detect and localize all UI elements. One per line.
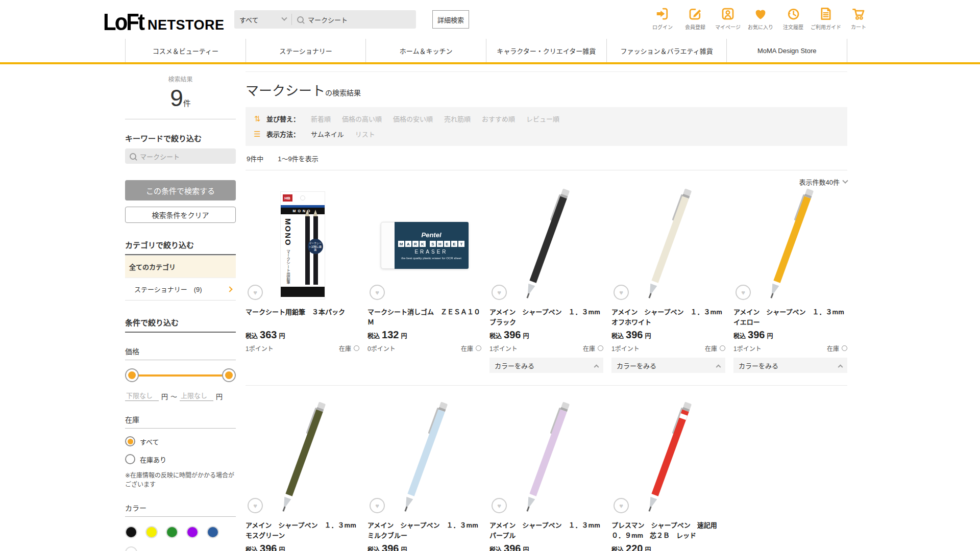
color-variants-toggle[interactable]: カラーをみる	[733, 358, 847, 373]
stock-status: 在庫	[827, 344, 847, 353]
pencil-graphic	[767, 188, 813, 299]
stock-status: 在庫	[461, 344, 481, 353]
price-min-input[interactable]	[125, 391, 159, 401]
nav-item-cosme[interactable]: コスメ＆ビューティー	[125, 39, 246, 62]
points-label: 1ポイント	[611, 344, 640, 353]
apply-filter-button[interactable]: この条件で検索する	[125, 180, 236, 201]
guide-link[interactable]: ご利用ガイド	[813, 6, 839, 31]
result-count-unit: 件	[183, 99, 191, 108]
price-max-input[interactable]	[180, 391, 213, 401]
cart-link[interactable]: カート	[845, 6, 872, 31]
nav-item-fashion[interactable]: ファッション＆バラエティ雑貨	[606, 39, 727, 62]
login-link[interactable]: ログイン	[649, 6, 676, 31]
search-input[interactable]	[308, 16, 405, 23]
wishlist-button[interactable]: ♥	[614, 498, 629, 513]
stock-status: 在庫	[705, 344, 725, 353]
color-swatch-green[interactable]	[166, 526, 178, 538]
page-title: マークシート の検索結果	[246, 80, 847, 99]
wishlist-button[interactable]: ♥	[736, 285, 751, 300]
sort-option-newest[interactable]: 新着順	[311, 114, 331, 123]
wishlist-button[interactable]: ♥	[370, 498, 385, 513]
view-option-thumbnail[interactable]: サムネイル	[311, 129, 344, 139]
tilde-label: ～	[170, 391, 177, 401]
clear-filter-button[interactable]: 検索条件をクリア	[125, 207, 236, 223]
sort-option-review[interactable]: レビュー順	[526, 114, 559, 123]
wishlist-button[interactable]: ♥	[248, 285, 263, 300]
product-card[interactable]: ♥ アメイン シャープペン １．３mmブラック 税込396円 1ポイント 在庫 …	[489, 190, 603, 373]
product-name: アメイン シャープペン １．３mmオフホワイト	[611, 307, 725, 328]
chevron-down-icon	[281, 15, 287, 21]
yen-label: 円	[216, 391, 223, 401]
wishlist-button[interactable]: ♥	[370, 285, 385, 300]
eraser-title-letters: MARKSHEET	[398, 241, 464, 247]
eraser-tagline: the best quality plastic eraser for OCR …	[401, 257, 461, 260]
product-image: ♥	[611, 190, 725, 301]
product-card[interactable]: ♥ アメイン シャープペン １．３mmパープル 税込396円	[489, 403, 603, 551]
detail-search-button[interactable]: 詳細検索	[432, 10, 469, 29]
product-card[interactable]: ♥ アメイン シャープペン １．３mmオフホワイト 税込396円 1ポイント 在…	[611, 190, 725, 373]
keyword-filter-input[interactable]	[140, 153, 222, 160]
color-swatch-purple[interactable]	[186, 526, 199, 538]
slider-handle-max[interactable]	[222, 368, 236, 382]
color-swatch-yellow[interactable]	[145, 526, 158, 538]
favorites-link[interactable]: お気に入り	[747, 6, 774, 31]
product-card[interactable]: ♥ アメイン シャープペン １．３mmミルクブルー 税込396円	[368, 403, 481, 551]
chevron-down-icon	[842, 178, 848, 183]
register-icon	[688, 6, 703, 21]
radio-unselected-icon	[125, 454, 135, 464]
slider-handle-min[interactable]	[125, 368, 139, 382]
page-title-suffix: の検索結果	[325, 87, 361, 97]
heart-icon: ♥	[253, 503, 257, 509]
product-price: 税込396円	[368, 543, 481, 551]
wishlist-button[interactable]: ♥	[614, 285, 629, 300]
wishlist-button[interactable]: ♥	[492, 285, 507, 300]
sort-option-price-low[interactable]: 価格の安い順	[393, 114, 433, 123]
product-name: アメイン シャープペン １．３mmパープル	[489, 520, 603, 541]
color-swatch-blue[interactable]	[207, 526, 219, 538]
product-card[interactable]: ♥ アメイン シャープペン １．３mmモスグリーン 税込396円	[246, 403, 359, 551]
nav-item-moma[interactable]: MoMA Design Store	[726, 39, 847, 62]
product-image: ♥	[611, 403, 725, 514]
search-category-select[interactable]: すべて	[234, 10, 291, 29]
points-label: 1ポイント	[246, 344, 274, 353]
nav-item-character[interactable]: キャラクター・クリエイター雑貨	[486, 39, 606, 62]
product-image: ♥	[489, 403, 603, 514]
eraser-body	[381, 222, 395, 269]
product-card[interactable]: ♥ プレスマン シャープペン 速記用０．９mm 芯２Ｂ レッド 税込220円	[611, 403, 725, 551]
view-option-list[interactable]: リスト	[355, 129, 375, 139]
color-swatch-black[interactable]	[125, 526, 137, 538]
product-price: 税込363円	[246, 329, 359, 341]
search-input-box	[292, 16, 416, 23]
eraser-word: ERASER	[414, 249, 448, 255]
stock-circle-icon	[354, 345, 359, 351]
wishlist-button[interactable]: ♥	[248, 498, 263, 513]
product-card[interactable]: ♥ アメイン シャープペン １．３mmイエロー 税込396円 1ポイント 在庫 …	[733, 190, 847, 373]
wishlist-button[interactable]: ♥	[492, 498, 507, 513]
search-icon	[297, 16, 304, 23]
nav-item-home-kitchen[interactable]: ホーム＆キッチン	[365, 39, 486, 62]
category-stationery-item[interactable]: ステーショナリー (9)	[125, 278, 236, 300]
register-link[interactable]: 会員登録	[682, 6, 708, 31]
stock-option-instock[interactable]: 在庫あり	[125, 454, 236, 464]
site-logo[interactable]: LoFt NETSTORE	[103, 10, 224, 35]
order-history-link[interactable]: 注文履歴	[780, 6, 806, 31]
color-variants-toggle[interactable]: カラーをみる	[611, 358, 725, 373]
cart-icon	[851, 6, 866, 21]
heart-icon: ♥	[497, 289, 501, 296]
mypage-link[interactable]: マイページ	[715, 6, 741, 31]
product-image: ♥	[733, 190, 847, 301]
stock-option-all[interactable]: すべて	[125, 436, 236, 446]
pencil-graphic	[279, 402, 325, 513]
sort-option-bestseller[interactable]: 売れ筋順	[444, 114, 471, 123]
sort-option-price-high[interactable]: 価格の高い順	[342, 114, 382, 123]
nav-item-stationery[interactable]: ステーショナリー	[246, 39, 366, 62]
pencil-graphic	[645, 402, 691, 513]
search-results-main: マークシート の検索結果 ⇅ 並び替え： 新着順 価格の高い順 価格の安い順 売…	[246, 71, 847, 551]
color-swatch-white[interactable]	[125, 546, 137, 551]
color-variants-toggle[interactable]: カラーをみる	[489, 358, 603, 373]
category-all-item[interactable]: 全てのカテゴリ	[125, 256, 236, 278]
sort-option-recommended[interactable]: おすすめ順	[482, 114, 515, 123]
product-card[interactable]: HB MONO MONOマークシート用鉛筆 マークシート試験に最適 ♥ マークシ…	[246, 190, 359, 373]
per-page-select[interactable]: 表示件数40件	[246, 177, 847, 187]
product-card[interactable]: Pentel MARKSHEET ERASER the best quality…	[368, 190, 481, 373]
